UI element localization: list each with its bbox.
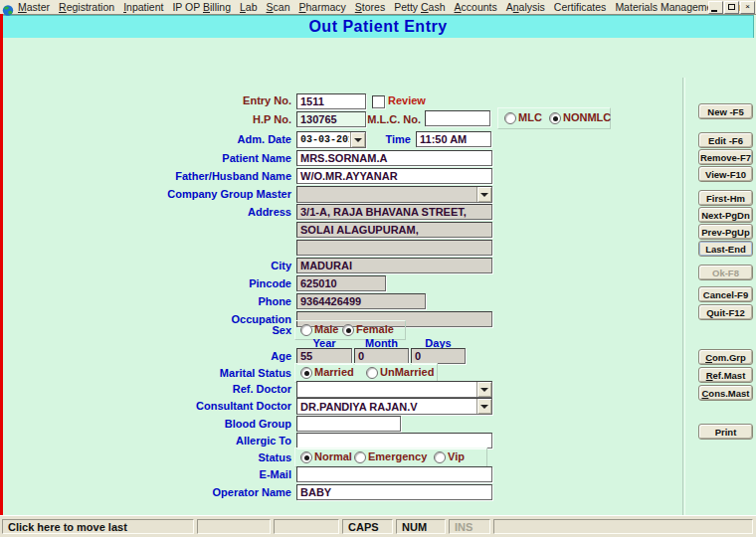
menu-item-scan[interactable]: Scan: [267, 1, 290, 14]
menu-item-stores[interactable]: Stores: [355, 1, 385, 14]
menu-item-certificates[interactable]: Certificates: [554, 1, 607, 14]
comgrp-button[interactable]: Com.Grp: [698, 349, 753, 365]
married-radio[interactable]: [300, 367, 312, 379]
menu-bar: MasterRegistrationInpatientIP OP Billing…: [0, 0, 756, 15]
status-panel-3: [274, 519, 339, 534]
chevron-down-icon[interactable]: [476, 187, 491, 202]
print-button[interactable]: Print: [698, 424, 753, 440]
mlc-radio[interactable]: [504, 112, 516, 124]
email-label: E-Mail: [93, 468, 291, 480]
restore-button[interactable]: [724, 1, 739, 14]
last-button[interactable]: Last-End: [698, 241, 753, 257]
ref-doctor-combo[interactable]: [296, 381, 492, 398]
phone-input: [296, 293, 426, 309]
menu-item-materials-management[interactable]: Materials Management: [615, 1, 721, 14]
address-label: Address: [93, 206, 291, 218]
first-button[interactable]: First-Hm: [698, 190, 753, 206]
blood-group-input[interactable]: [296, 416, 401, 432]
menu-item-registration[interactable]: Registration: [59, 1, 114, 14]
ins-indicator: INS: [449, 519, 490, 534]
email-input[interactable]: [296, 466, 492, 482]
app-globe-icon: [2, 2, 14, 13]
status-message[interactable]: Click here to move last: [2, 519, 194, 534]
city-label: City: [93, 260, 291, 271]
cancel-button[interactable]: Cancel-F9: [698, 286, 753, 302]
male-radio-label[interactable]: Male: [314, 323, 338, 335]
pincode-input: [296, 275, 386, 291]
unmarried-radio-label[interactable]: UnMarried: [380, 366, 434, 378]
menu-item-ip-op-billing[interactable]: IP OP Billing: [172, 1, 231, 14]
page-title: Out Patient Entry: [308, 18, 447, 35]
menu-item-accounts[interactable]: Accounts: [455, 1, 497, 14]
prev-button[interactable]: Prev-PgUp: [698, 224, 753, 240]
patient-name-input[interactable]: [296, 150, 492, 166]
remove-button[interactable]: Remove-F7: [698, 149, 753, 165]
consmast-button[interactable]: Cons.Mast: [698, 385, 753, 401]
phone-label: Phone: [93, 295, 291, 307]
pincode-label: Pincode: [93, 277, 291, 289]
normal-radio-label[interactable]: Normal: [314, 450, 352, 462]
edit-button[interactable]: Edit -F6: [698, 132, 753, 148]
mlc-no-input[interactable]: [425, 110, 490, 126]
chevron-down-icon[interactable]: [476, 399, 491, 414]
entry-no-label: Entry No.: [93, 94, 291, 106]
emergency-radio-label[interactable]: Emergency: [368, 450, 427, 462]
refmast-button[interactable]: Ref.Mast: [698, 367, 753, 383]
menu-item-inpatient[interactable]: Inpatient: [123, 1, 163, 14]
female-radio[interactable]: [342, 324, 354, 336]
sex-label: Sex: [93, 324, 291, 336]
vip-radio-label[interactable]: Vip: [448, 450, 465, 462]
status-bar: Click here to move last CAPS NUM INS: [0, 515, 756, 537]
consultant-doctor-combo[interactable]: DR.PANDIYA RAJAN.V: [296, 398, 492, 415]
company-group-combo[interactable]: [296, 186, 492, 203]
vip-radio[interactable]: [434, 451, 446, 463]
menu-item-analysis[interactable]: Analysis: [506, 1, 545, 14]
married-radio-label[interactable]: Married: [314, 366, 354, 378]
next-button[interactable]: Next-PgDn: [698, 207, 753, 223]
allergic-to-input[interactable]: [296, 433, 492, 448]
page-title-bar: Out Patient Entry: [3, 15, 754, 39]
male-radio[interactable]: [300, 324, 312, 336]
address-line2-input: [296, 222, 492, 238]
mlc-radio-label[interactable]: MLC: [518, 111, 542, 123]
minimize-button[interactable]: [708, 1, 723, 14]
ok-button: Ok-F8: [698, 265, 753, 280]
consultant-doctor-label: Consultant Doctor: [93, 400, 291, 412]
caps-indicator: CAPS: [342, 519, 393, 534]
window-controls: ×: [708, 1, 755, 14]
marital-status-label: Marital Status: [93, 367, 291, 379]
menu-item-lab[interactable]: Lab: [240, 1, 258, 14]
unmarried-radio[interactable]: [366, 367, 378, 379]
new-button[interactable]: New -F5: [698, 103, 753, 119]
age-days-input: [411, 348, 466, 364]
father-name-label: Father/Husband Name: [93, 170, 291, 182]
normal-radio[interactable]: [300, 451, 312, 463]
review-checkbox[interactable]: [372, 95, 385, 108]
ref-doctor-label: Ref. Doctor: [93, 383, 291, 395]
close-button[interactable]: ×: [740, 1, 755, 14]
father-name-input[interactable]: [296, 168, 492, 184]
operator-name-label: Operator Name: [93, 486, 291, 498]
age-label: Age: [93, 350, 291, 362]
menu-item-master[interactable]: Master: [18, 1, 50, 14]
age-year-input: [296, 348, 352, 364]
mlc-no-label: M.L.C. No.: [222, 113, 421, 125]
entry-no-input[interactable]: [296, 93, 366, 109]
quit-button[interactable]: Quit-F12: [698, 304, 753, 320]
city-input: [296, 258, 492, 273]
nonmlc-radio-label[interactable]: NONMLC: [563, 111, 611, 123]
chevron-down-icon[interactable]: [476, 382, 491, 397]
menu-item-pharmacy[interactable]: Pharmacy: [299, 1, 346, 14]
female-radio-label[interactable]: Female: [356, 323, 394, 335]
address-line3-input: [296, 240, 492, 256]
allergic-to-label: Allergic To: [93, 435, 291, 447]
nonmlc-radio[interactable]: [549, 112, 561, 124]
view-button[interactable]: View-F10: [698, 166, 753, 182]
operator-name-input[interactable]: [296, 484, 492, 500]
status-panel-right: [493, 519, 753, 534]
menu-items: MasterRegistrationInpatientIP OP Billing…: [18, 1, 756, 14]
time-input[interactable]: [416, 131, 491, 147]
menu-item-petty-cash[interactable]: Petty Cash: [394, 1, 445, 14]
window-left-border: [0, 14, 3, 515]
emergency-radio[interactable]: [354, 451, 366, 463]
